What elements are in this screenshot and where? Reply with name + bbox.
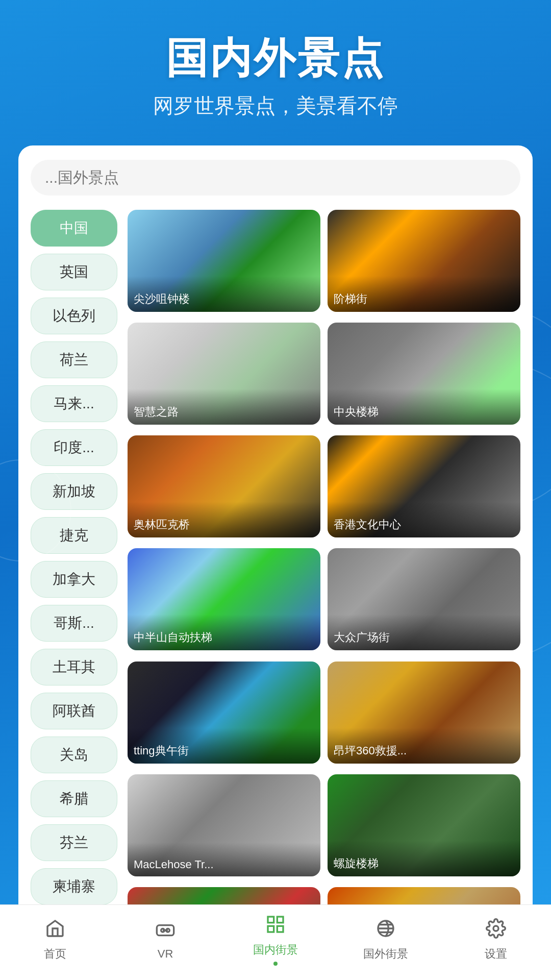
country-item-netherlands[interactable]: 荷兰 (31, 341, 117, 378)
svg-rect-5 (268, 926, 274, 932)
svg-rect-6 (277, 926, 283, 932)
country-item-finland[interactable]: 芬兰 (31, 824, 117, 861)
nav-item-overseas[interactable]: 国外街景 (345, 918, 427, 962)
spot-label-10: 昂坪360救援... (328, 728, 520, 764)
svg-rect-3 (268, 917, 274, 923)
country-item-guam[interactable]: 关岛 (31, 737, 117, 773)
spots-grid: 尖沙咀钟楼阶梯街智慧之路中央楼梯奥林匹克桥香港文化中心中半山自动扶梯大众广场街t… (128, 210, 520, 980)
spot-label-6: 香港文化中心 (328, 502, 520, 537)
gear-icon (486, 918, 506, 943)
bottom-nav: 首页VR国内街景国外街景设置 (0, 904, 551, 980)
header: 国内外景点 网罗世界景点，美景看不停 (0, 0, 551, 135)
spot-card-6[interactable]: 香港文化中心 (328, 435, 520, 537)
nav-item-domestic[interactable]: 国内街景 (235, 914, 316, 966)
nav-item-settings[interactable]: 设置 (455, 918, 537, 962)
grid-icon (265, 914, 286, 939)
spot-card-8[interactable]: 大众广场街 (328, 548, 520, 650)
header-title: 国内外景点 (20, 31, 531, 87)
country-item-india[interactable]: 印度... (31, 429, 117, 466)
country-item-malaysia[interactable]: 马来... (31, 385, 117, 422)
nav-item-home[interactable]: 首页 (14, 918, 96, 962)
country-item-greece[interactable]: 希腊 (31, 780, 117, 817)
spot-label-9: tting典午街 (128, 728, 320, 764)
spot-label-5: 奥林匹克桥 (128, 502, 320, 537)
country-item-czech[interactable]: 捷克 (31, 517, 117, 554)
country-item-costa[interactable]: 哥斯... (31, 605, 117, 642)
spot-card-4[interactable]: 中央楼梯 (328, 323, 520, 425)
nav-label-domestic: 国内街景 (253, 942, 298, 958)
spot-card-10[interactable]: 昂坪360救援... (328, 662, 520, 764)
spot-card-7[interactable]: 中半山自动扶梯 (128, 548, 320, 650)
search-input[interactable] (31, 160, 520, 195)
country-item-canada[interactable]: 加拿大 (31, 561, 117, 598)
spot-label-3: 智慧之路 (128, 389, 320, 425)
nav-label-settings: 设置 (485, 946, 507, 962)
spot-card-1[interactable]: 尖沙咀钟楼 (128, 210, 320, 312)
spot-card-12[interactable]: 螺旋楼梯 (328, 774, 520, 876)
nav-item-vr[interactable]: VR (124, 919, 206, 961)
spot-card-3[interactable]: 智慧之路 (128, 323, 320, 425)
country-item-uk[interactable]: 英国 (31, 254, 117, 290)
svg-point-8 (493, 926, 498, 931)
svg-rect-4 (277, 917, 283, 923)
spot-label-12: 螺旋楼梯 (328, 841, 520, 876)
spot-card-9[interactable]: tting典午街 (128, 662, 320, 764)
country-item-israel[interactable]: 以色列 (31, 298, 117, 334)
country-item-cambodia[interactable]: 柬埔寨 (31, 868, 117, 905)
spot-card-2[interactable]: 阶梯街 (328, 210, 520, 312)
country-item-china[interactable]: 中国 (31, 210, 117, 247)
nav-active-dot (273, 962, 278, 966)
spot-card-11[interactable]: MacLehose Tr... (128, 774, 320, 876)
vr-icon (155, 919, 176, 944)
spot-label-8: 大众广场街 (328, 615, 520, 650)
country-list: 中国英国以色列荷兰马来...印度...新加坡捷克加拿大哥斯...土耳其阿联酋关岛… (31, 210, 117, 980)
nav-label-vr: VR (158, 947, 173, 961)
spot-label-2: 阶梯街 (328, 276, 520, 312)
main-card: 中国英国以色列荷兰马来...印度...新加坡捷克加拿大哥斯...土耳其阿联酋关岛… (18, 145, 533, 980)
globe-icon (375, 918, 396, 943)
nav-label-home: 首页 (44, 946, 66, 962)
spot-label-1: 尖沙咀钟楼 (128, 276, 320, 312)
spot-label-4: 中央楼梯 (328, 389, 520, 425)
country-item-turkey[interactable]: 土耳其 (31, 649, 117, 685)
country-item-singapore[interactable]: 新加坡 (31, 473, 117, 510)
nav-label-overseas: 国外街景 (363, 946, 408, 962)
header-subtitle: 网罗世界景点，美景看不停 (20, 92, 531, 120)
spot-card-5[interactable]: 奥林匹克桥 (128, 435, 320, 537)
spot-label-7: 中半山自动扶梯 (128, 615, 320, 650)
content-area: 中国英国以色列荷兰马来...印度...新加坡捷克加拿大哥斯...土耳其阿联酋关岛… (31, 210, 520, 980)
home-icon (45, 918, 65, 943)
spot-label-11: MacLehose Tr... (128, 843, 320, 876)
country-item-uae[interactable]: 阿联酋 (31, 693, 117, 729)
